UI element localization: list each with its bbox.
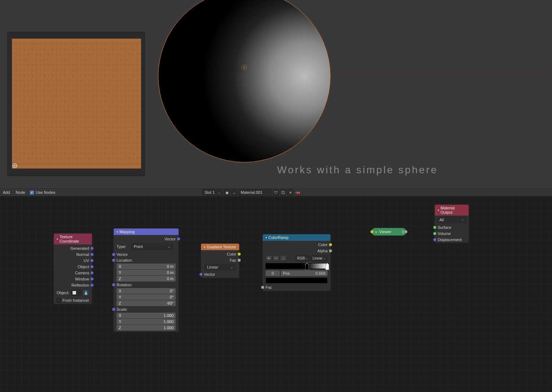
- new-material-icon[interactable]: ⿻: [280, 189, 286, 196]
- rotation-y-field[interactable]: Y0°: [117, 294, 176, 300]
- node-title[interactable]: ▾Mapping: [114, 228, 179, 235]
- slot-dropdown[interactable]: Slot 1⌄: [202, 189, 223, 196]
- node-editor-area[interactable]: ▾Texture Coordinate Generated Normal UV …: [0, 196, 552, 392]
- viewer-label: Viewer: [379, 230, 391, 234]
- rotation-x-field[interactable]: X0°: [117, 288, 176, 294]
- node-viewer[interactable]: ▸ Viewer ||: [372, 228, 406, 236]
- ramp-remove-stop-button[interactable]: −: [273, 255, 279, 261]
- annotation-text: Works with a simple sphere: [277, 164, 438, 176]
- from-instancer-checkbox[interactable]: From Instancer: [54, 297, 92, 303]
- material-browse-icon[interactable]: ◉: [224, 189, 230, 196]
- svg-rect-9: [12, 43, 141, 164]
- use-nodes-checkbox[interactable]: ✓ Use Nodes: [30, 190, 55, 195]
- node-title[interactable]: ▾Gradient Texture: [201, 244, 239, 250]
- shading-nodetree-icon[interactable]: ⌄: [231, 189, 237, 196]
- unlink-icon[interactable]: ✕: [287, 189, 294, 196]
- object-label: Object:: [57, 291, 69, 295]
- ramp-index-field[interactable]: 0: [266, 270, 280, 276]
- node-texture-coordinate[interactable]: ▾Texture Coordinate Generated Normal UV …: [53, 233, 92, 304]
- ramp-stop-1[interactable]: [325, 263, 329, 270]
- rotation-z-field[interactable]: Z-90°: [117, 300, 176, 306]
- type-label: Type:: [117, 244, 126, 249]
- menu-add[interactable]: Add: [1, 190, 12, 195]
- ramp-colormode-dropdown[interactable]: RGB⌄: [295, 256, 310, 261]
- node-title[interactable]: ▾Texture Coordinate: [54, 234, 92, 244]
- node-gradient-texture[interactable]: ▾Gradient Texture Color Fac Linear⌄ Vect…: [201, 243, 240, 278]
- node-material-output[interactable]: ▾Material Output All⌄ Surface Volume Dis…: [434, 204, 469, 243]
- uv-editor-panel[interactable]: [7, 32, 145, 176]
- eyedropper-icon[interactable]: 💧: [83, 289, 89, 296]
- color-ramp-gradient[interactable]: [266, 263, 328, 269]
- location-x-field[interactable]: X0 m: [117, 263, 176, 269]
- uv-grid[interactable]: [12, 39, 141, 169]
- menu-node[interactable]: Node: [14, 190, 27, 195]
- use-nodes-label: Use Nodes: [36, 190, 55, 195]
- scale-x-field[interactable]: X1.000: [117, 313, 176, 318]
- location-y-field[interactable]: Y0 m: [117, 270, 176, 275]
- location-z-field[interactable]: Z0 m: [117, 276, 176, 282]
- node-editor-header: Add Node ✓ Use Nodes Slot 1⌄ ◉ ⌄ Materia…: [0, 188, 552, 196]
- node-title[interactable]: ▾ColorRamp: [263, 234, 330, 241]
- object-picker-field[interactable]: [71, 290, 81, 296]
- pin-icon[interactable]: 📌: [293, 188, 302, 197]
- ramp-position-field[interactable]: Pos0.668: [281, 270, 328, 276]
- fake-user-icon[interactable]: 🛡: [273, 189, 279, 196]
- node-colorramp[interactable]: ▾ColorRamp Color Alpha + − ⌄ RGB⌄ Linear…: [262, 234, 331, 291]
- scale-y-field[interactable]: Y1.000: [117, 319, 176, 325]
- node-mapping[interactable]: ▾Mapping Vector Type: Point⌄ Vector Loca…: [113, 228, 179, 332]
- ramp-add-stop-button[interactable]: +: [266, 255, 272, 261]
- ramp-color-swatch[interactable]: [266, 278, 328, 283]
- scale-z-field[interactable]: Z1.000: [117, 325, 176, 331]
- gradient-type-dropdown[interactable]: Linear⌄: [205, 264, 236, 270]
- node-title[interactable]: ▾Material Output: [435, 205, 469, 215]
- ramp-tools-dropdown[interactable]: ⌄: [280, 255, 286, 261]
- ramp-stop-0[interactable]: [305, 263, 309, 270]
- mapping-type-dropdown[interactable]: Point⌄: [131, 243, 173, 250]
- origin-indicator: [242, 65, 247, 70]
- ramp-interp-dropdown[interactable]: Linear⌄: [311, 256, 328, 261]
- uv-wireframe: [12, 39, 141, 169]
- output-target-dropdown[interactable]: All⌄: [437, 217, 466, 223]
- sphere-object[interactable]: [158, 0, 330, 162]
- viewport-3d[interactable]: Works with a simple sphere: [0, 0, 552, 188]
- material-name-field[interactable]: Material.001: [238, 189, 272, 196]
